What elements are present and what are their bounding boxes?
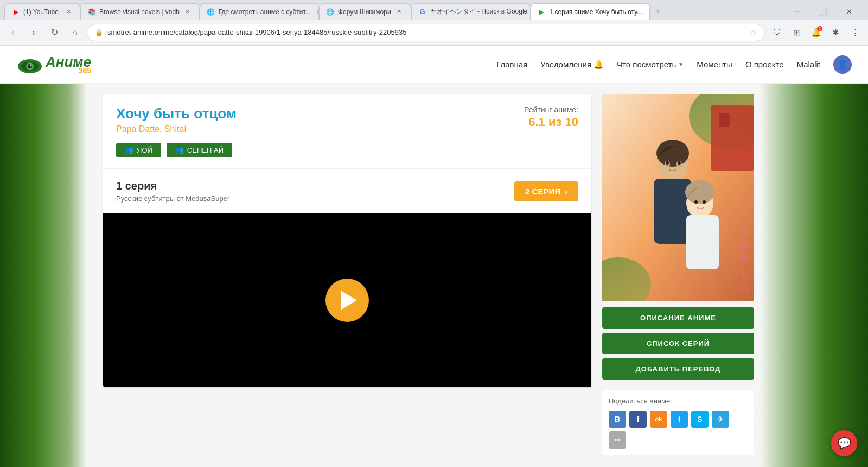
tab-close-current[interactable]: ✕ <box>646 7 650 17</box>
tab-label-forum: Форум Шикимори <box>338 8 391 16</box>
tab-close-youtube[interactable]: ✕ <box>63 7 73 17</box>
next-episode-label: 2 СЕРИЯ <box>525 187 560 196</box>
share-title: Поделиться аниме: <box>609 397 748 405</box>
nav-username[interactable]: Malalit <box>797 60 820 69</box>
window-controls: ─ ⬜ ✕ <box>784 3 864 20</box>
genre-yaoi[interactable]: 👥 ЯОЙ <box>116 143 161 157</box>
tab-close-anime-sub[interactable]: ✕ <box>314 7 319 17</box>
tab-google[interactable]: G ヤオイヘンタイ - Поиск в Google ✕ <box>411 3 531 20</box>
share-twitter-button[interactable]: t <box>671 411 688 428</box>
new-tab-button[interactable]: + <box>650 3 666 20</box>
tab-label-vndb: Browse visual novels | vndb <box>99 8 180 16</box>
nav-what-to-watch[interactable]: Что посмотреть ▼ <box>617 60 684 69</box>
forward-button[interactable]: › <box>25 24 42 41</box>
chat-bubble-icon: 💬 <box>838 437 851 450</box>
svg-point-19 <box>685 180 714 204</box>
site-logo[interactable]: Аниме 365 <box>16 54 91 75</box>
svg-rect-9 <box>719 113 730 127</box>
genre-shonen-ai-icon: 👥 <box>175 146 184 154</box>
share-vk-button[interactable]: В <box>609 411 626 428</box>
dropdown-arrow-icon: ▼ <box>678 61 684 67</box>
tab-favicon-current: ▶ <box>538 8 546 16</box>
video-player[interactable] <box>103 213 591 387</box>
svg-point-20 <box>694 200 698 204</box>
genre-shonen-ai[interactable]: 👥 СЁНЕН АЙ <box>167 143 232 157</box>
action-buttons: ОПИСАНИЕ АНИМЕ СПИСОК СЕРИЙ ДОБАВИТЬ ПЕР… <box>602 301 754 386</box>
episode-list-button[interactable]: СПИСОК СЕРИЙ <box>602 333 754 354</box>
nav-about[interactable]: О проекте <box>745 60 784 69</box>
tab-current-anime[interactable]: ▶ 1 серия аниме Хочу быть оту... ✕ <box>531 3 650 20</box>
share-telegram-button[interactable]: ✈ <box>712 411 729 428</box>
play-button[interactable] <box>326 279 369 322</box>
logo-text-area: Аниме 365 <box>46 55 91 74</box>
tab-forum[interactable]: 🌐 Форум Шикимори ✕ <box>319 3 411 20</box>
nav-bell-icon: 🔔 <box>593 60 604 70</box>
tab-close-forum[interactable]: ✕ <box>394 7 404 17</box>
episode-section: 1 серия Русские субтитры от MedusaSuper … <box>103 168 591 213</box>
title-area: Хочу быть отцом Papa Datte, Shitai 👥 ЯОЙ… <box>116 105 237 157</box>
svg-rect-8 <box>711 105 754 171</box>
nav-notifications[interactable]: Уведомления 🔔 <box>540 60 604 70</box>
nav-home[interactable]: Главная <box>496 60 527 69</box>
tab-anime-subtitles[interactable]: 🌐 Где смотреть аниме с субтит... ✕ <box>200 3 319 20</box>
chat-bubble-button[interactable]: 💬 <box>831 430 857 456</box>
site-header: Аниме 365 Главная Уведомления 🔔 Что посм… <box>0 46 868 84</box>
nav-notifications-label: Уведомления <box>540 60 591 69</box>
tab-label-anime-sub: Где смотреть аниме с субтит... <box>219 8 311 16</box>
share-buttons: В f ok t S ✈ ••• <box>609 411 748 449</box>
title-section: Хочу быть отцом Papa Datte, Shitai 👥 ЯОЙ… <box>103 94 591 168</box>
toolbar-actions: 🛡 ⊞ 🔔 1 ✱ ⋮ <box>768 24 864 41</box>
right-sidebar: パパだって、したい ОПИСАНИЕ АНИМЕ СПИСОК СЕРИЙ ДО… <box>602 94 754 455</box>
main-content: Хочу быть отцом Papa Datte, Shitai 👥 ЯОЙ… <box>0 84 868 466</box>
tab-youtube[interactable]: ▶ (1) YouTube ✕ <box>4 3 80 20</box>
add-translation-button[interactable]: ДОБАВИТЬ ПЕРЕВОД <box>602 358 754 380</box>
notification-icon[interactable]: 🔔 1 <box>807 24 825 41</box>
tab-vndb[interactable]: 📚 Browse visual novels | vndb ✕ <box>80 3 200 20</box>
shield-icon[interactable]: 🛡 <box>768 24 786 41</box>
share-facebook-button[interactable]: f <box>629 411 647 428</box>
next-episode-button[interactable]: 2 СЕРИЯ › <box>514 181 578 201</box>
tab-label-google: ヤオイヘンタイ - Поиск в Google <box>430 7 528 16</box>
share-ok-button[interactable]: ok <box>650 411 667 428</box>
genre-yaoi-label: ЯОЙ <box>137 146 152 154</box>
tab-close-vndb[interactable]: ✕ <box>183 7 193 17</box>
minimize-button[interactable]: ─ <box>784 3 809 20</box>
site-navigation: Главная Уведомления 🔔 Что посмотреть ▼ М… <box>496 55 852 74</box>
user-avatar-icon: 👤 <box>837 59 848 70</box>
genre-yaoi-icon: 👥 <box>125 146 133 154</box>
maximize-button[interactable]: ⬜ <box>810 3 835 20</box>
bookmark-star-icon[interactable]: ☆ <box>750 28 757 37</box>
back-button[interactable]: ‹ <box>4 24 22 41</box>
more-options-icon[interactable]: ⋮ <box>846 24 864 41</box>
address-bar: ‹ › ↻ ⌂ 🔒 smotret-anime.online/catalog/p… <box>0 20 868 46</box>
refresh-button[interactable]: ↻ <box>46 24 63 41</box>
tab-favicon-google: G <box>418 8 427 16</box>
user-avatar[interactable]: 👤 <box>833 55 852 74</box>
extension-grid-icon[interactable]: ⊞ <box>788 24 805 41</box>
episode-title: 1 серия <box>116 180 229 192</box>
description-button[interactable]: ОПИСАНИЕ АНИМЕ <box>602 307 754 329</box>
svg-rect-18 <box>686 215 719 269</box>
anime-title: Хочу быть отцом <box>116 105 237 122</box>
svg-point-15 <box>666 161 669 165</box>
close-button[interactable]: ✕ <box>837 3 861 20</box>
logo-eye-icon <box>16 54 43 75</box>
url-text: smotret-anime.online/catalog/papa-datte-… <box>107 28 745 36</box>
next-episode-arrow-icon: › <box>565 187 567 196</box>
extension-icon[interactable]: ✱ <box>827 24 844 41</box>
anime-original-title: Papa Datte, Shitai <box>116 124 237 134</box>
url-bar[interactable]: 🔒 smotret-anime.online/catalog/papa-datt… <box>87 24 765 41</box>
share-skype-button[interactable]: S <box>691 411 709 428</box>
genre-shonen-ai-label: СЁНЕН АЙ <box>187 146 224 154</box>
tab-favicon-vndb: 📚 <box>87 8 96 16</box>
share-more-button[interactable]: ••• <box>609 431 626 449</box>
rating-area: Рейтинг аниме: 6.1 из 10 <box>524 105 578 129</box>
svg-point-16 <box>678 161 681 165</box>
page-content: Аниме 365 Главная Уведомления 🔔 Что посм… <box>0 46 868 467</box>
nav-moments[interactable]: Моменты <box>697 60 732 69</box>
tab-label-current: 1 серия аниме Хочу быть оту... <box>550 8 642 16</box>
tab-label-youtube: (1) YouTube <box>23 8 59 16</box>
home-button[interactable]: ⌂ <box>66 24 84 41</box>
episode-subtitle: Русские субтитры от MedusaSuper <box>116 194 229 203</box>
notification-badge: 1 <box>817 26 822 31</box>
